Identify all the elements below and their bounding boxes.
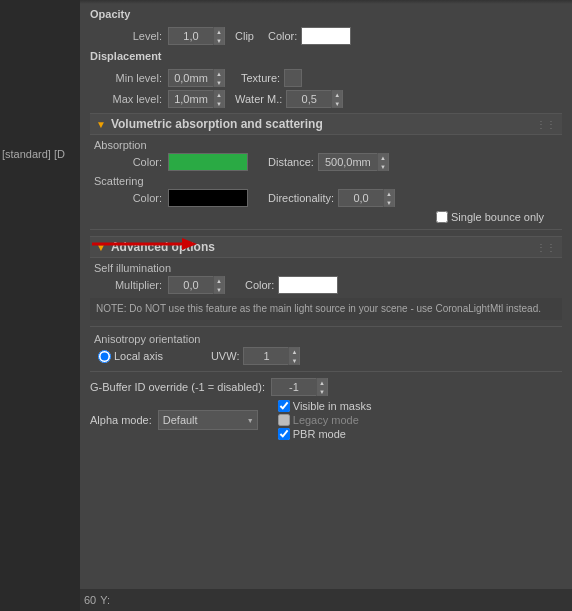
max-level-spinner[interactable]: 1,0mm ▲ ▼ bbox=[168, 90, 225, 108]
max-level-up[interactable]: ▲ bbox=[213, 90, 224, 99]
advanced-drag-handle: ⋮⋮ bbox=[536, 242, 556, 253]
anisotropy-label: Anisotropy orientation bbox=[90, 333, 562, 345]
directionality-value: 0,0 bbox=[339, 192, 383, 204]
absorption-color-swatch[interactable] bbox=[168, 153, 248, 171]
min-level-up[interactable]: ▲ bbox=[213, 69, 224, 78]
gbuffer-up[interactable]: ▲ bbox=[316, 378, 327, 387]
visible-masks-wrap[interactable]: Visible in masks bbox=[278, 400, 372, 412]
self-color-swatch[interactable] bbox=[278, 276, 338, 294]
scattering-color-swatch[interactable] bbox=[168, 189, 248, 207]
volumetric-header[interactable]: ▼ Volumetric absorption and scattering ⋮… bbox=[90, 113, 562, 135]
single-bounce-checkbox-wrap[interactable]: Single bounce only bbox=[436, 211, 544, 223]
max-level-value: 1,0mm bbox=[169, 93, 213, 105]
multiplier-up[interactable]: ▲ bbox=[213, 276, 224, 285]
pbr-mode-checkbox[interactable] bbox=[278, 428, 290, 440]
gbuffer-down[interactable]: ▼ bbox=[316, 387, 327, 396]
single-bounce-label: Single bounce only bbox=[451, 211, 544, 223]
single-bounce-checkbox[interactable] bbox=[436, 211, 448, 223]
clip-label: Clip bbox=[235, 30, 254, 42]
level-spinner[interactable]: 1,0 ▲ ▼ bbox=[168, 27, 225, 45]
gbuffer-label: G-Buffer ID override (-1 = disabled): bbox=[90, 381, 265, 393]
visible-masks-label: Visible in masks bbox=[293, 400, 372, 412]
left-sidebar: [standard] [D bbox=[0, 0, 80, 611]
level-up-btn[interactable]: ▲ bbox=[213, 27, 224, 36]
alpha-mode-dropdown-wrap[interactable]: Default Opaque Transparent bbox=[158, 410, 258, 430]
legacy-mode-checkbox[interactable] bbox=[278, 414, 290, 426]
absorption-color-label: Color: bbox=[98, 156, 168, 168]
uvw-up[interactable]: ▲ bbox=[288, 347, 299, 356]
water-label: Water M.: bbox=[235, 93, 282, 105]
advanced-arrow-icon: ▼ bbox=[96, 242, 106, 253]
max-level-label: Max level: bbox=[98, 93, 168, 105]
max-level-down[interactable]: ▼ bbox=[213, 99, 224, 108]
min-level-value: 0,0mm bbox=[169, 72, 213, 84]
number-label: 60 bbox=[84, 594, 96, 606]
displacement-title: Displacement bbox=[90, 50, 162, 62]
uvw-label: UVW: bbox=[211, 350, 240, 362]
gbuffer-value: -1 bbox=[272, 381, 316, 393]
pbr-mode-wrap[interactable]: PBR mode bbox=[278, 428, 372, 440]
local-axis-label: Local axis bbox=[114, 350, 163, 362]
distance-up[interactable]: ▲ bbox=[377, 153, 388, 162]
distance-spinner[interactable]: 500,0mm ▲ ▼ bbox=[318, 153, 389, 171]
legacy-mode-label: Legacy mode bbox=[293, 414, 359, 426]
opacity-title: Opacity bbox=[90, 8, 130, 20]
legacy-mode-wrap[interactable]: Legacy mode bbox=[278, 414, 372, 426]
water-spinner[interactable]: 0,5 ▲ ▼ bbox=[286, 90, 343, 108]
note-text: NOTE: Do NOT use this feature as the mai… bbox=[90, 298, 562, 320]
main-panel: Opacity Level: 1,0 ▲ ▼ Clip Color: Displ… bbox=[80, 0, 572, 611]
min-level-spinner[interactable]: 0,0mm ▲ ▼ bbox=[168, 69, 225, 87]
directionality-spinner[interactable]: 0,0 ▲ ▼ bbox=[338, 189, 395, 207]
multiplier-spinner[interactable]: 0,0 ▲ ▼ bbox=[168, 276, 225, 294]
absorption-label: Absorption bbox=[90, 139, 562, 151]
directionality-up[interactable]: ▲ bbox=[383, 189, 394, 198]
volumetric-title: Volumetric absorption and scattering bbox=[111, 117, 323, 131]
water-down[interactable]: ▼ bbox=[331, 99, 342, 108]
gbuffer-spinner[interactable]: -1 ▲ ▼ bbox=[271, 378, 328, 396]
self-illumination-label: Self illumination bbox=[90, 262, 562, 274]
sidebar-label: [standard] [D bbox=[2, 148, 65, 160]
water-up[interactable]: ▲ bbox=[331, 90, 342, 99]
uvw-spinner[interactable]: 1 ▲ ▼ bbox=[243, 347, 300, 365]
uvw-down[interactable]: ▼ bbox=[288, 356, 299, 365]
level-value: 1,0 bbox=[169, 30, 213, 42]
level-down-btn[interactable]: ▼ bbox=[213, 36, 224, 45]
alpha-mode-select[interactable]: Default Opaque Transparent bbox=[158, 410, 258, 430]
alpha-mode-label: Alpha mode: bbox=[90, 414, 152, 426]
volumetric-drag-handle: ⋮⋮ bbox=[536, 119, 556, 130]
directionality-down[interactable]: ▼ bbox=[383, 198, 394, 207]
scattering-color-label: Color: bbox=[98, 192, 168, 204]
water-value: 0,5 bbox=[287, 93, 331, 105]
distance-down[interactable]: ▼ bbox=[377, 162, 388, 171]
advanced-title: Advanced options bbox=[111, 240, 215, 254]
multiplier-label: Multiplier: bbox=[98, 279, 168, 291]
y-label: Y: bbox=[100, 594, 110, 606]
uvw-value: 1 bbox=[244, 350, 288, 362]
local-axis-radio-wrap[interactable]: Local axis bbox=[98, 350, 163, 363]
scattering-label: Scattering bbox=[90, 175, 562, 187]
color-label-opacity: Color: bbox=[268, 30, 297, 42]
min-level-down[interactable]: ▼ bbox=[213, 78, 224, 87]
min-level-label: Min level: bbox=[98, 72, 168, 84]
bottom-bar: 60 Y: bbox=[80, 589, 572, 611]
distance-label: Distance: bbox=[268, 156, 314, 168]
directionality-label: Directionality: bbox=[268, 192, 334, 204]
local-axis-radio[interactable] bbox=[98, 350, 111, 363]
volumetric-arrow-icon: ▼ bbox=[96, 119, 106, 130]
texture-label: Texture: bbox=[241, 72, 280, 84]
visible-masks-checkbox[interactable] bbox=[278, 400, 290, 412]
pbr-mode-label: PBR mode bbox=[293, 428, 346, 440]
distance-value: 500,0mm bbox=[319, 156, 377, 168]
advanced-header[interactable]: ▼ Advanced options ⋮⋮ bbox=[90, 236, 562, 258]
multiplier-value: 0,0 bbox=[169, 279, 213, 291]
opacity-color-swatch[interactable] bbox=[301, 27, 351, 45]
texture-swatch[interactable] bbox=[284, 69, 302, 87]
multiplier-down[interactable]: ▼ bbox=[213, 285, 224, 294]
self-color-label: Color: bbox=[245, 279, 274, 291]
level-label: Level: bbox=[98, 30, 168, 42]
